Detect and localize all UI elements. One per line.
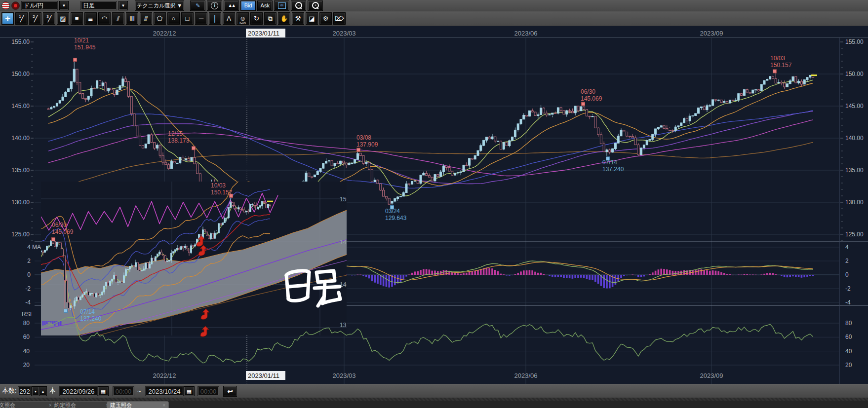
parallel-lines-tool-button[interactable]: ≡ — [71, 12, 83, 25]
vertical-line-tool-button[interactable]: │ — [209, 12, 221, 25]
svg-text:06/30: 06/30 — [581, 88, 595, 95]
icon-stamp-tool-button[interactable]: ☺ICON — [237, 12, 249, 25]
zoom-out-button[interactable]: − — [291, 0, 306, 11]
svg-text:150.00: 150.00 — [845, 71, 864, 77]
trendline-2-tool-button[interactable]: 2╱ — [29, 12, 41, 25]
crosshair-tool-icon: + — [5, 13, 10, 24]
svg-text:135.00: 135.00 — [845, 167, 864, 174]
svg-text:140.00: 140.00 — [11, 135, 30, 142]
calendar-to-button[interactable]: ▦ — [184, 386, 195, 396]
magnet-tool-icon: ⌦ — [335, 15, 344, 22]
pentagon-tool-button[interactable]: ⬠ — [154, 12, 166, 25]
ruler-tool-button[interactable]: ▨ — [57, 12, 69, 25]
timeframe-select[interactable]: 日足 — [80, 1, 117, 10]
bar-count-input[interactable]: 292 — [18, 386, 32, 396]
zoom-in-button[interactable]: + — [308, 0, 323, 11]
svg-text:145.00: 145.00 — [845, 103, 864, 110]
trendline-3-tool-button[interactable]: 3╱ — [43, 12, 55, 25]
info-button[interactable]: i — [207, 0, 222, 11]
range-tilde: ~ — [137, 386, 141, 395]
count-up-button[interactable]: ▲ — [39, 386, 47, 396]
fan-lines-tool-icon: ⫽ — [117, 15, 120, 23]
fibonacci-arc-tool-icon: ◠ — [102, 15, 107, 22]
svg-text:06/30: 06/30 — [52, 222, 67, 228]
svg-text:138.173: 138.173 — [168, 137, 190, 144]
range-icon: ıllı — [278, 2, 286, 9]
svg-text:125.00: 125.00 — [11, 231, 30, 238]
svg-text:129.643: 129.643 — [385, 215, 407, 222]
svg-text:2023/01/11: 2023/01/11 — [248, 372, 279, 379]
history-tool-button[interactable]: ↻ — [250, 12, 263, 25]
svg-text:2023/03: 2023/03 — [333, 372, 356, 379]
svg-text:145.00: 145.00 — [11, 103, 30, 110]
settings-list-tool-button[interactable]: ⚙ — [319, 12, 332, 25]
svg-text:60: 60 — [845, 334, 852, 340]
svg-text:03/08: 03/08 — [356, 134, 371, 141]
bid-button[interactable]: Bid — [240, 0, 256, 11]
rectangle-tool-icon: □ — [186, 15, 190, 22]
svg-text:2023/09: 2023/09 — [700, 30, 723, 37]
svg-text:2023/06: 2023/06 — [514, 372, 538, 379]
svg-text:2022/12: 2022/12 — [153, 30, 176, 37]
text-tool-button[interactable]: A — [223, 12, 235, 25]
settings-tool-button[interactable]: ⚒ — [292, 12, 304, 25]
eraser-tool-button[interactable]: ◪ — [306, 12, 318, 25]
draw-button[interactable]: ✎ — [190, 0, 205, 11]
zoom-out-icon: − — [295, 2, 302, 9]
multi-lines-tool-icon: ≣ — [88, 15, 93, 22]
svg-text:10/03: 10/03 — [770, 55, 785, 62]
trendline-3-tool-icon: ╱ — [48, 15, 52, 22]
svg-text:80: 80 — [23, 320, 30, 327]
svg-text:0: 0 — [845, 271, 849, 278]
fibonacci-arc-tool-button[interactable]: ◠ — [98, 12, 111, 25]
tab-close-icon[interactable]: × — [162, 403, 165, 408]
symbol-dropdown-arrow-icon[interactable]: ▼ — [59, 1, 69, 10]
symbol-select[interactable]: ドル/円 — [21, 1, 58, 10]
speed-lines-tool-button[interactable]: ⫻ — [140, 12, 152, 25]
zoom-in-icon: + — [312, 2, 319, 9]
svg-text:151.945: 151.945 — [74, 44, 96, 51]
tab-3[interactable]: 建玉照会× — [107, 401, 169, 408]
drawing-toolbar: +1╱2╱3╱▨≡≣◠⫽‖‖⫻⬠○□─│A☺ICON↻⧉✋⚒◪⚙⌦ — [0, 11, 868, 26]
bar-count-unit: 本 — [49, 386, 56, 395]
copy-tool-button[interactable]: ⧉ — [264, 12, 276, 25]
pencil-icon: ✎ — [196, 2, 200, 9]
speed-lines-tool-icon: ⫻ — [144, 15, 148, 23]
circle-tool-button[interactable]: ○ — [167, 12, 180, 25]
svg-text:-2: -2 — [845, 285, 851, 292]
magnet-tool-button[interactable]: ⌦ — [333, 12, 346, 25]
ask-button[interactable]: Ask — [257, 0, 273, 11]
chart-style-button[interactable]: ▲▲ — [224, 0, 239, 11]
trendline-1-tool-icon: ╱ — [20, 15, 24, 22]
trendline-1-tool-button[interactable]: 1╱ — [15, 12, 28, 25]
chart-area[interactable]: 155.00155.00150.00150.00145.00145.00140.… — [0, 26, 868, 384]
fan-lines-tool-button[interactable]: ⫽ — [112, 12, 124, 25]
horizontal-line-tool-icon: ─ — [199, 15, 203, 22]
svg-text:14: 14 — [340, 281, 347, 288]
calendar-icon: ▦ — [101, 388, 106, 395]
vertical-grid-tool-button[interactable]: ‖‖ — [126, 12, 138, 25]
pentagon-tool-icon: ⬠ — [157, 15, 162, 22]
timeframe-dropdown-arrow-icon[interactable]: ▼ — [118, 1, 128, 10]
tab-label: 約定照会 — [54, 402, 76, 408]
timeframe-value: 日足 — [83, 1, 115, 10]
count-down-button[interactable]: ▼ — [32, 386, 39, 396]
range-mode-button[interactable]: ıllı — [274, 0, 289, 11]
date-to-input[interactable]: 2023/10/24 — [145, 386, 184, 396]
tab-2[interactable]: 約定照会× — [51, 401, 112, 408]
multi-lines-tool-button[interactable]: ≣ — [84, 12, 97, 25]
technical-select-button[interactable]: テクニカル選択 ▼ — [135, 0, 184, 11]
calendar-from-button[interactable]: ▦ — [98, 386, 109, 396]
crosshair-tool-button[interactable]: + — [1, 12, 14, 25]
inset-mini-chart: 06/30145.06907/14137.24010/03150.1571514… — [41, 182, 347, 335]
tab-1[interactable]: 注文照会× — [0, 401, 55, 408]
svg-text:137.240: 137.240 — [602, 166, 624, 173]
horizontal-line-tool-button[interactable]: ─ — [195, 12, 207, 25]
rectangle-tool-button[interactable]: □ — [181, 12, 194, 25]
tab-label: 建玉照会 — [110, 402, 132, 408]
date-from-input[interactable]: 2022/09/26 — [59, 386, 98, 396]
refresh-button[interactable]: ↩ — [223, 386, 237, 397]
eraser-tool-icon: ◪ — [309, 15, 315, 22]
tab-label: 注文照会 — [0, 402, 15, 408]
time-to-input: 00:00 — [197, 386, 219, 396]
